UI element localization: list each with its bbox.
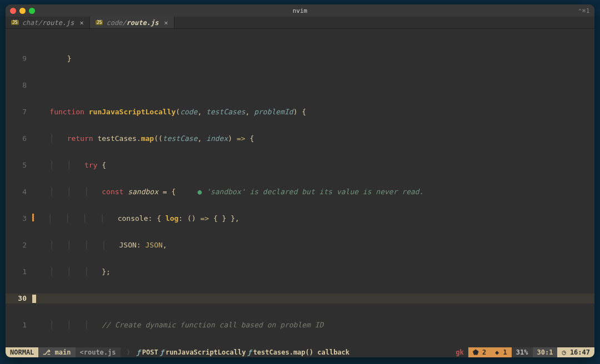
editor-window: nvim ⌃⌘1 JS chat/route.js ✕ JS code/rout…: [6, 4, 594, 357]
git-branch: ⎇ main: [38, 347, 75, 357]
titlebar: nvim ⌃⌘1: [6, 4, 594, 17]
tab-code-route[interactable]: JS code/route.js ✕: [90, 17, 174, 28]
diagnostics-warnings[interactable]: ◆ 1: [491, 347, 512, 357]
error-icon: ⬟: [473, 348, 478, 356]
close-tab-icon[interactable]: ✕: [164, 19, 168, 27]
code-line: │ │ │ };: [32, 267, 594, 277]
code-line: function runJavaScriptLocally(code, test…: [32, 107, 594, 117]
git-modified-indicator: [32, 214, 34, 221]
warn-icon: ◆: [495, 348, 499, 356]
code-line: │ │ │ // Create dynamic function call ba…: [32, 320, 594, 330]
code-editor[interactable]: 9 } 8 7 function runJavaScriptLocally(co…: [6, 29, 594, 347]
code-line: │ return testCases.map((testCase, index)…: [32, 134, 594, 144]
diagnostics-errors[interactable]: ⬟ 2: [468, 347, 491, 357]
scroll-percent: 31%: [512, 347, 533, 357]
code-line: │ │ │ │ JSON: JSON,: [32, 240, 594, 250]
current-line-number: 30: [6, 294, 32, 304]
function-icon: ƒ: [247, 348, 251, 356]
js-icon: JS: [96, 20, 103, 25]
file-indicator: <route.js: [76, 347, 121, 357]
close-tab-icon[interactable]: ✕: [80, 19, 84, 27]
window-title: nvim: [6, 7, 594, 14]
cursor-line: [32, 294, 594, 304]
diagnostic-hint: 'sandbox' is declared but its value is n…: [206, 188, 423, 196]
text-cursor: [32, 295, 36, 303]
code-line: │ │ │ const sandbox = { ● 'sandbox' is d…: [32, 187, 594, 197]
code-line: │ │ │ │ console: { log: () => { } },: [35, 214, 594, 224]
tab-bar: JS chat/route.js ✕ JS code/route.js ✕: [6, 17, 594, 29]
branch-icon: ⎇: [43, 348, 51, 356]
function-icon: ƒ: [137, 348, 141, 356]
code-line: }: [32, 54, 594, 64]
js-icon: JS: [11, 20, 19, 25]
clock: ◷ 16:47: [557, 347, 594, 357]
cursor-position: 30:1: [533, 347, 558, 357]
clock-icon: ◷: [562, 348, 566, 356]
status-bar: NORMAL ⎇ main <route.js 〉ƒPOST ƒrunJavaS…: [6, 347, 594, 357]
code-line: │ │ try {: [32, 160, 594, 170]
gk-indicator: gk: [451, 347, 468, 357]
function-icon: ƒ: [160, 348, 164, 356]
vim-mode: NORMAL: [6, 347, 38, 357]
tab-chat-route[interactable]: JS chat/route.js ✕: [6, 17, 90, 28]
code-line: [32, 80, 594, 90]
breadcrumb: 〉ƒPOST ƒrunJavaScriptLocally ƒtestCases.…: [121, 347, 452, 357]
